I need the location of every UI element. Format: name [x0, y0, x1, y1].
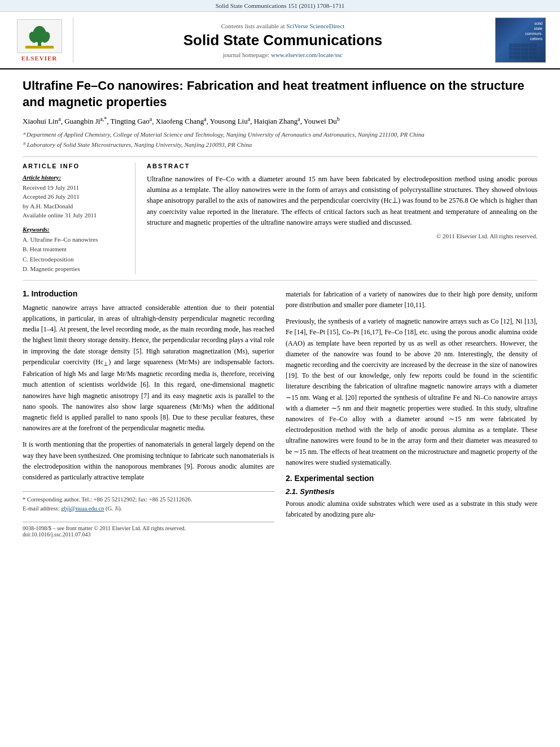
footnote-star: * Corresponding author. Tel.: +86 25 521… [23, 495, 274, 504]
svg-rect-4 [25, 46, 54, 49]
sciverse-link[interactable]: SciVerse ScienceDirect [286, 23, 344, 29]
article-info-column: ARTICLE INFO Article history: Received 1… [23, 163, 135, 274]
section-divider [23, 156, 537, 157]
intro-para2: It is worth mentioning that the properti… [23, 439, 274, 483]
right-para1: materials for fabrication of a variety o… [286, 289, 537, 311]
handled-by: by A.H. MacDonald [23, 202, 126, 211]
affiliations-section: ᵃ Department of Applied Chemistry, Colle… [23, 130, 537, 150]
journal-name: Solid State Communications [183, 32, 383, 49]
intro-para1: Magnetic nanowire arrays have attracted … [23, 303, 274, 434]
main-content: Ultrafine Fe–Co nanowires: Fabrication a… [0, 69, 560, 549]
keywords-section: Keywords: A. Ultrafine Fe–Co nanowires B… [23, 226, 126, 274]
body-columns: 1. Introduction Magnetic nanowire arrays… [23, 289, 537, 538]
abstract-text: Ultrafine nanowires of Fe–Co with a diam… [147, 174, 537, 229]
info-abstract-section: ARTICLE INFO Article history: Received 1… [23, 163, 537, 274]
right-column: materials for fabrication of a variety o… [286, 289, 537, 538]
elsevier-wordmark: ELSEVIER [21, 55, 58, 62]
article-title: Ultrafine Fe–Co nanowires: Fabrication a… [23, 78, 537, 110]
right-para2: Previously, the synthesis of a variety o… [286, 316, 537, 468]
exp-section-heading: 2. Experimental section [286, 474, 537, 483]
body-divider [23, 280, 537, 281]
journal-cover-image: solidstatecommuni-cations [495, 18, 546, 63]
affiliation-b: ᵇ Laboratory of Solid State Microstructu… [23, 140, 537, 150]
journal-header: ELSEVIER Contents lists available at Sci… [0, 12, 560, 69]
abstract-heading: ABSTRACT [147, 163, 537, 169]
journal-citation-bar: Solid State Communications 151 (2011) 17… [0, 0, 560, 12]
abstract-column: ABSTRACT Ultrafine nanowires of Fe–Co wi… [147, 163, 537, 274]
keywords-label: Keywords: [23, 226, 126, 233]
cover-text: solidstatecommuni-cations [525, 21, 542, 41]
email-link[interactable]: gbji@nuaa.edu.cn [61, 505, 104, 512]
accepted-date: Accepted 26 July 2011 [23, 192, 126, 202]
elsevier-tree-logo [17, 19, 62, 53]
journal-title-section: Contents lists available at SciVerse Sci… [79, 18, 487, 63]
keyword-b: B. Heat treatment [23, 244, 126, 255]
journal-citation: Solid State Communications 151 (2011) 17… [216, 2, 345, 9]
intro-heading: 1. Introduction [23, 289, 274, 298]
issn-doi: 0038-1098/$ – see front matter © 2011 El… [23, 525, 186, 538]
elsevier-logo-section: ELSEVIER [11, 18, 73, 63]
synthesis-para1: Porous anodic alumina oxide substrates w… [286, 499, 537, 520]
history-label: Article history: [23, 174, 126, 181]
issn-text: 0038-1098/$ – see front matter © 2011 El… [23, 525, 186, 531]
sciverse-link-text: Contents lists available at SciVerse Sci… [221, 23, 344, 29]
synthesis-subheading: 2.1. Synthesis [286, 487, 537, 496]
footnote-email: E-mail address: gbji@nuaa.edu.cn (G. Ji)… [23, 504, 274, 513]
copyright-text: © 2011 Elsevier Ltd. All rights reserved… [147, 233, 537, 239]
footnotes: * Corresponding author. Tel.: +86 25 521… [23, 491, 274, 513]
article-history: Article history: Received 19 July 2011 A… [23, 174, 126, 220]
article-info-heading: ARTICLE INFO [23, 163, 126, 169]
keyword-c: C. Electrodeposition [23, 255, 126, 265]
homepage-text: journal homepage: www.elsevier.com/locat… [223, 51, 343, 58]
bottom-bar: 0038-1098/$ – see front matter © 2011 El… [23, 522, 274, 538]
homepage-link[interactable]: www.elsevier.com/locate/ssc [271, 51, 343, 58]
keyword-d: D. Magnetic properties [23, 264, 126, 274]
authors-line: Xiaohui Lina, Guangbin Jia,*, Tingting G… [23, 116, 537, 126]
available-date: Available online 31 July 2011 [23, 211, 126, 220]
doi-text: doi:10.1016/j.ssc.2011.07.043 [23, 531, 186, 538]
keyword-a: A. Ultrafine Fe–Co nanowires [23, 235, 126, 245]
left-column: 1. Introduction Magnetic nanowire arrays… [23, 289, 274, 538]
journal-cover-section: solidstatecommuni-cations [492, 18, 549, 63]
affiliation-a: ᵃ Department of Applied Chemistry, Colle… [23, 130, 537, 139]
received-date: Received 19 July 2011 [23, 183, 126, 193]
